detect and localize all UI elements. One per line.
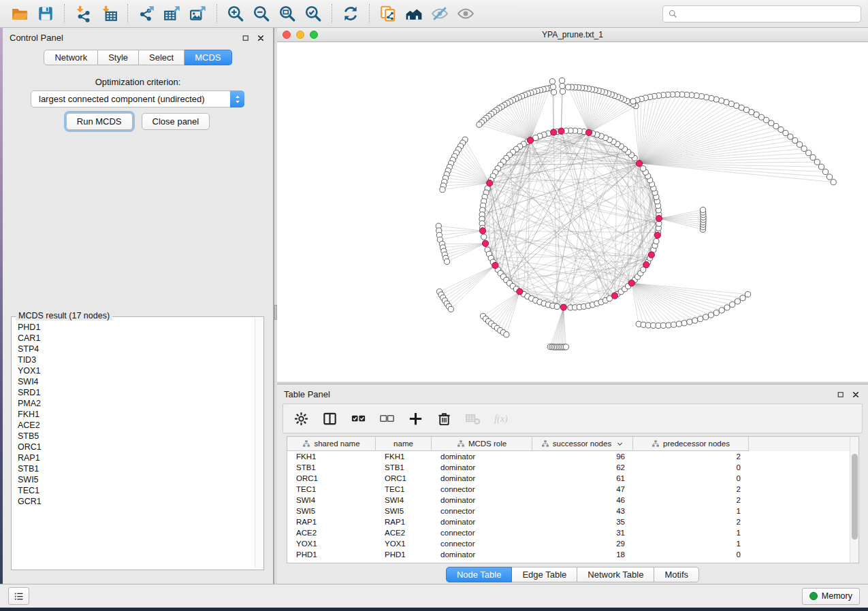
table-row[interactable]: RAP1RAP1dominator352 [287,516,858,527]
refresh-icon[interactable] [338,2,364,25]
table-row[interactable]: PHD1PHD1dominator180 [287,549,858,560]
mcds-result-item[interactable]: ORC1 [18,442,253,452]
save-session-icon[interactable] [33,2,59,25]
table-row[interactable]: ORC1ORC1dominator610 [287,473,858,484]
optimization-criterion-label: Optimization criterion: [3,77,273,87]
export-image-icon[interactable] [185,2,211,25]
first-neighbors-icon[interactable] [401,2,427,25]
zoom-in-icon[interactable] [223,2,248,25]
tab-network-table[interactable]: Network Table [577,567,654,582]
table-settings-icon[interactable] [291,409,310,428]
close-window-icon[interactable] [283,31,291,39]
delete-column-icon[interactable] [434,409,453,428]
select-all-rows-icon[interactable] [349,409,368,428]
table-row[interactable]: SWI5SWI5connector431 [287,506,858,516]
hide-selected-icon[interactable] [427,2,453,25]
table-scrollbar[interactable] [850,437,858,563]
add-column-icon[interactable] [406,409,425,428]
table-row[interactable]: SWI4SWI4dominator462 [287,495,858,506]
control-panel-title: Control Panel [10,33,63,43]
column-header-predecessor-nodes[interactable]: predecessor nodes [633,437,749,451]
table-cell: STB1 [287,463,376,472]
minimize-window-icon[interactable] [296,31,304,39]
column-header-shared-name[interactable]: shared name [287,437,376,451]
table-cell: SWI4 [287,496,376,504]
column-header-MCDS-role[interactable]: MCDS role [432,437,532,451]
show-panels-button[interactable] [8,587,29,605]
node-table[interactable]: shared namenameMCDS rolesuccessor nodesp… [287,436,859,563]
table-cell: RAP1 [376,518,432,526]
table-scrollbar-thumb[interactable] [852,454,858,540]
tab-node-table[interactable]: Node Table [446,567,513,582]
table-cell: dominator [432,550,532,559]
export-table-icon[interactable] [159,2,185,25]
close-control-panel-icon[interactable] [257,34,265,42]
show-all-icon[interactable] [453,2,479,25]
table-cell: SWI4 [376,496,432,504]
tab-style[interactable]: Style [98,50,139,65]
tab-mcds[interactable]: MCDS [184,50,231,65]
mcds-result-item[interactable]: STP4 [18,344,253,354]
tab-network[interactable]: Network [44,50,98,65]
float-panel-icon[interactable] [242,34,250,42]
tab-edge-table[interactable]: Edge Table [512,567,577,582]
zoom-out-icon[interactable] [248,2,274,25]
criterion-dropdown[interactable]: largest connected component (undirected) [31,90,244,108]
table-cell: 0 [633,550,749,559]
table-row[interactable]: ACE2ACE2connector311 [287,527,858,538]
memory-button[interactable]: Memory [802,588,860,605]
mcds-result-item[interactable]: FKH1 [18,409,253,420]
search-input[interactable] [681,8,856,19]
toolbar-separator [369,4,370,23]
mcds-result-item[interactable]: STB1 [18,463,253,474]
mcds-result-item[interactable]: SWI4 [18,376,253,387]
table-row[interactable]: STB1STB1dominator620 [287,462,858,473]
mcds-result-item[interactable]: YOX1 [18,365,253,376]
tab-motifs[interactable]: Motifs [654,567,699,582]
table-cell: 62 [532,463,633,472]
network-graph[interactable] [277,42,868,382]
import-table-icon[interactable] [96,2,122,25]
deselect-all-rows-icon[interactable] [377,409,396,428]
delete-table-icon [463,409,482,428]
mcds-result-item[interactable]: SRD1 [18,387,253,398]
status-bar: Memory [0,584,868,608]
table-row[interactable]: TEC1TEC1connector472 [287,484,858,495]
mcds-result-list[interactable]: PHD1CAR1STP4TID3YOX1SWI4SRD1PMA2FKH1ACE2… [13,318,253,568]
mcds-result-item[interactable]: STB5 [18,431,253,442]
mcds-result-item[interactable]: TID3 [18,354,253,365]
close-panel-button[interactable]: Close panel [142,113,210,130]
table-row[interactable]: YOX1YOX1connector291 [287,538,858,549]
zoom-selected-icon[interactable] [300,2,326,25]
import-network-icon[interactable] [70,2,96,25]
table-cell: ORC1 [376,474,432,482]
mcds-result-item[interactable]: SWI5 [18,474,253,485]
export-network-icon[interactable] [133,2,159,25]
run-mcds-button[interactable]: Run MCDS [66,113,133,130]
desktop-bottom-edge [0,608,868,611]
mcds-result-item[interactable]: TEC1 [18,485,253,496]
float-table-panel-icon[interactable] [837,391,845,399]
mcds-result-item[interactable]: PMA2 [18,398,253,409]
zoom-fit-icon[interactable] [274,2,300,25]
close-table-panel-icon[interactable] [852,391,860,399]
table-cell: STB1 [376,463,432,472]
mcds-result-item[interactable]: PHD1 [18,322,253,333]
toolbar-icon-group [7,2,479,25]
table-row[interactable]: FKH1FKH1dominator962 [287,451,858,462]
mcds-result-item[interactable]: RAP1 [18,452,253,463]
column-header-name[interactable]: name [376,437,432,451]
tab-select[interactable]: Select [139,50,184,65]
mcds-result-item[interactable]: GCR1 [18,496,253,507]
mcds-result-item[interactable]: ACE2 [18,420,253,431]
show-column-panel-icon[interactable] [320,409,339,428]
maximize-window-icon[interactable] [310,31,318,39]
table-cell: YOX1 [287,540,376,548]
column-header-successor-nodes[interactable]: successor nodes [532,437,633,451]
network-window-titlebar[interactable]: YPA_prune.txt_1 [277,28,868,42]
mcds-result-scrollbar[interactable] [255,318,262,568]
clone-network-icon[interactable] [375,2,401,25]
mcds-result-item[interactable]: CAR1 [18,333,253,344]
search-box[interactable] [662,5,861,22]
open-file-icon[interactable] [7,2,33,25]
